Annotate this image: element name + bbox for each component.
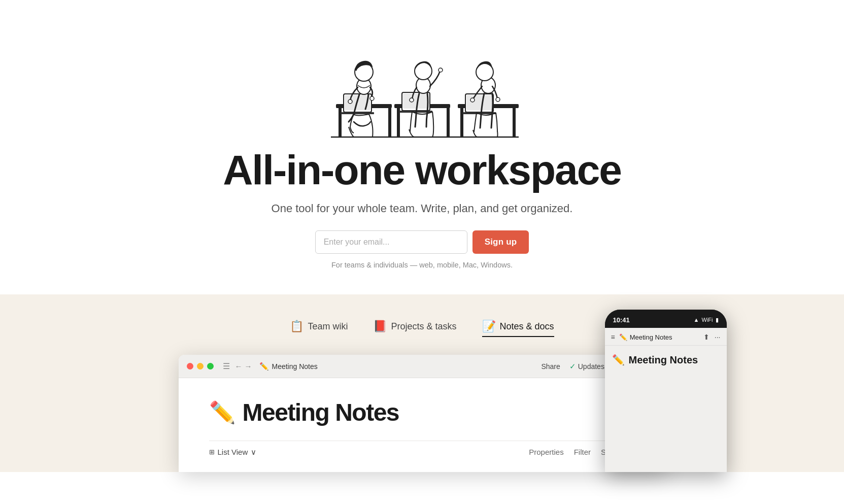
mobile-more-icon[interactable]: ··· <box>715 333 721 341</box>
notes-docs-emoji: 📝 <box>482 320 496 333</box>
mobile-content: ✏️ Meeting Notes <box>605 346 727 472</box>
email-signup-row: Sign up <box>315 230 529 254</box>
mobile-top-bar: ≡ ✏️ Meeting Notes ⬆ ··· <box>605 328 727 346</box>
tabs-row: 📋 Team wiki 📕 Projects & tasks 📝 Notes &… <box>290 320 554 337</box>
window-breadcrumb: ✏️ Meeting Notes <box>259 362 318 371</box>
mobile-doc-emoji: ✏️ <box>612 354 625 366</box>
list-view-chevron: ∨ <box>251 448 256 457</box>
svg-point-20 <box>410 98 414 102</box>
svg-rect-3 <box>388 108 391 137</box>
tab-team-wiki[interactable]: 📋 Team wiki <box>290 320 348 337</box>
doc-title-emoji: ✏️ <box>209 400 235 425</box>
svg-point-29 <box>470 98 475 102</box>
breadcrumb-emoji: ✏️ <box>259 362 269 371</box>
mobile-page-emoji: ✏️ <box>619 333 627 341</box>
list-view-button[interactable]: ⊞ List View ∨ <box>209 448 257 457</box>
svg-rect-15 <box>403 93 429 109</box>
mobile-status-icons: ▲ WiFi ▮ <box>694 317 719 323</box>
email-input[interactable] <box>315 230 467 254</box>
svg-rect-6 <box>341 112 374 114</box>
tab-team-wiki-label: Team wiki <box>308 321 348 332</box>
hero-illustration <box>290 15 554 147</box>
traffic-light-yellow[interactable] <box>197 363 204 369</box>
mobile-screen: ≡ ✏️ Meeting Notes ⬆ ··· ✏️ Meeting Note… <box>605 328 727 472</box>
mobile-doc-title: ✏️ Meeting Notes <box>612 354 720 366</box>
traffic-lights <box>187 363 214 369</box>
window-titlebar: ☰ ← → ✏️ Meeting Notes Share ✓ Updates F… <box>179 355 666 378</box>
mobile-wifi-icon: WiFi <box>702 317 713 323</box>
doc-title-row: ✏️ Meeting Notes <box>209 398 635 426</box>
traffic-light-green[interactable] <box>207 363 214 369</box>
tab-notes-docs[interactable]: 📝 Notes & docs <box>482 320 554 337</box>
app-window-wrapper: ☰ ← → ✏️ Meeting Notes Share ✓ Updates F… <box>179 355 666 472</box>
tab-notes-docs-label: Notes & docs <box>500 321 554 332</box>
mobile-doc-title-text: Meeting Notes <box>629 354 698 366</box>
svg-rect-13 <box>447 108 450 137</box>
list-view-label: List View <box>218 448 248 456</box>
app-window: ☰ ← → ✏️ Meeting Notes Share ✓ Updates F… <box>179 355 666 472</box>
list-view-icon: ⊞ <box>209 448 215 456</box>
tab-projects-tasks-label: Projects & tasks <box>391 321 456 332</box>
share-button[interactable]: Share <box>541 362 560 371</box>
svg-point-30 <box>496 97 500 102</box>
mobile-signal-icon: ▲ <box>694 317 699 323</box>
hero-title: All-in-one workspace <box>223 147 621 193</box>
svg-rect-25 <box>466 95 492 110</box>
svg-point-19 <box>438 68 443 72</box>
updates-button[interactable]: ✓ Updates <box>569 362 604 371</box>
breadcrumb-text: Meeting Notes <box>272 362 318 371</box>
hamburger-icon[interactable]: ☰ <box>223 361 230 371</box>
mobile-hamburger-icon[interactable]: ≡ <box>611 333 615 341</box>
tab-projects-tasks[interactable]: 📕 Projects & tasks <box>373 320 456 337</box>
mobile-page-title: ✏️ Meeting Notes <box>619 333 699 341</box>
svg-rect-23 <box>513 108 516 137</box>
mobile-time: 10:41 <box>613 316 630 324</box>
svg-rect-12 <box>397 108 400 137</box>
doc-toolbar: ⊞ List View ∨ Properties Filter Sort 🔍 <box>209 441 635 457</box>
hero-subtitle: One tool for your whole team. Write, pla… <box>272 202 573 215</box>
mobile-share-icon[interactable]: ⬆ <box>703 333 710 341</box>
traffic-light-red[interactable] <box>187 363 193 369</box>
properties-button[interactable]: Properties <box>529 448 563 456</box>
signup-button[interactable]: Sign up <box>472 230 529 254</box>
mobile-notch-bar: 10:41 ▲ WiFi ▮ <box>605 310 727 328</box>
svg-rect-2 <box>339 108 342 137</box>
filter-button[interactable]: Filter <box>574 448 591 456</box>
svg-point-10 <box>370 96 374 100</box>
projects-tasks-emoji: 📕 <box>373 320 387 333</box>
team-wiki-emoji: 📋 <box>290 320 303 333</box>
mobile-top-actions: ⬆ ··· <box>703 333 721 341</box>
checkmark-icon: ✓ <box>569 362 576 371</box>
forward-arrow-icon[interactable]: → <box>245 362 252 371</box>
doc-title: Meeting Notes <box>243 398 399 426</box>
svg-point-9 <box>348 99 352 104</box>
svg-rect-22 <box>460 108 463 137</box>
hero-section: All-in-one workspace One tool for your w… <box>0 0 844 294</box>
nav-arrows: ← → <box>235 362 252 371</box>
window-content: ✏️ Meeting Notes ⊞ List View ∨ Propertie… <box>179 378 666 472</box>
mobile-battery-icon: ▮ <box>716 317 719 323</box>
mobile-phone-overlay: 10:41 ▲ WiFi ▮ ≡ ✏️ Meeting Notes ⬆ ·· <box>605 310 727 472</box>
platforms-text: For teams & individuals — web, mobile, M… <box>331 261 513 269</box>
back-arrow-icon[interactable]: ← <box>235 362 243 371</box>
feature-section: 📋 Team wiki 📕 Projects & tasks 📝 Notes &… <box>0 294 844 472</box>
